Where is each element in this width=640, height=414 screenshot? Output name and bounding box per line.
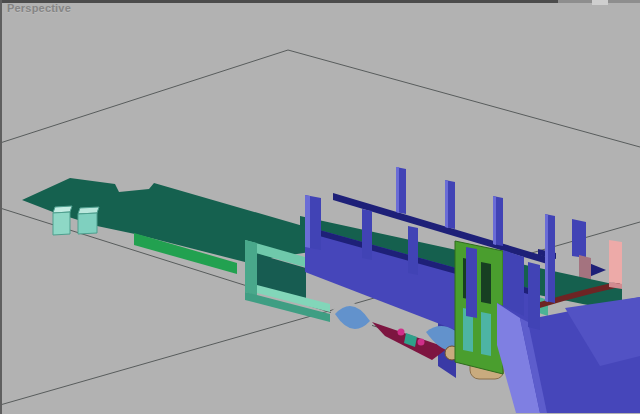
viewport-window: Perspective [0, 0, 640, 414]
near-stake-4 [466, 247, 477, 318]
far-stake-4 [545, 214, 555, 303]
corner-post-pink [609, 240, 622, 289]
rack-frame [455, 241, 503, 374]
wheel-arch-1 [331, 302, 372, 329]
viewport-label[interactable]: Perspective [7, 2, 71, 14]
arch1-fender [335, 306, 370, 329]
viewport-corner-notch [592, 0, 608, 5]
far-stake-5 [572, 219, 586, 258]
toolbox-left-front [53, 212, 70, 235]
viewport-top-border [0, 0, 640, 3]
channel-left-web [245, 240, 257, 296]
rack-slot-dark-2 [481, 262, 491, 304]
far-stake-1-highlight [396, 167, 399, 213]
headache-rack [455, 241, 503, 374]
near-stake-3 [408, 226, 418, 275]
grid-line-far-corner [0, 50, 640, 147]
near-stake-5 [528, 262, 540, 330]
suspension-magenta-2 [418, 339, 425, 346]
cab-bumper [497, 297, 640, 413]
rack-insert-teal-2 [481, 312, 491, 356]
near-stake-2 [362, 209, 372, 260]
near-stake-1-highlight [305, 195, 310, 248]
panel-right-of-rack [503, 250, 524, 316]
far-stake-3-highlight [493, 196, 496, 245]
perspective-viewport-canvas[interactable] [0, 0, 640, 414]
viewport-left-border [0, 0, 2, 414]
far-stake-2-highlight [445, 180, 448, 228]
toolbox-right-front [78, 213, 97, 234]
suspension-magenta-1 [398, 329, 405, 336]
